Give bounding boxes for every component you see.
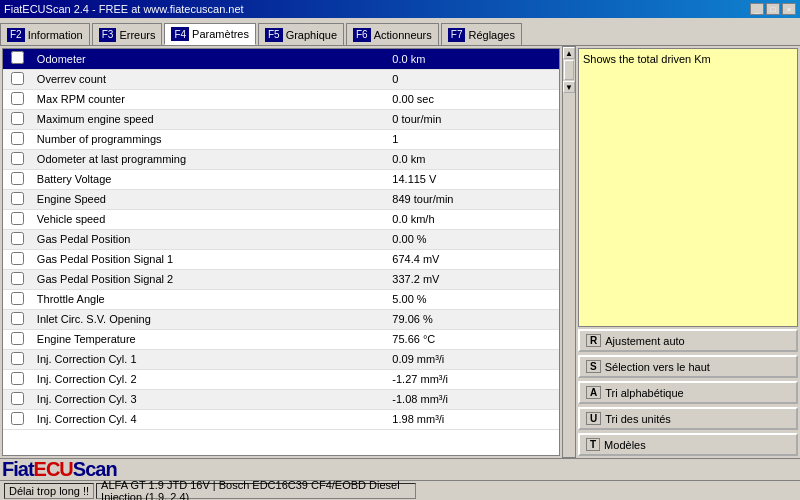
row-checkbox[interactable]	[3, 409, 33, 429]
tab-key-f4: F4	[171, 27, 189, 41]
row-checkbox[interactable]	[3, 229, 33, 249]
tab-graphique[interactable]: F5 Graphique	[258, 23, 344, 45]
row-value: 0.0 km/h	[388, 209, 559, 229]
row-checkbox[interactable]	[3, 209, 33, 229]
row-checkbox[interactable]	[3, 189, 33, 209]
status-bar: Délai trop long !! ALFA GT 1.9 JTD 16V |…	[0, 480, 800, 500]
row-checkbox[interactable]	[3, 149, 33, 169]
row-checkbox[interactable]	[3, 89, 33, 109]
scroll-down-button[interactable]: ▼	[563, 81, 575, 93]
bottom-bar: FiatECUScan	[0, 458, 800, 480]
table-row[interactable]: Engine Speed 849 tour/min	[3, 189, 559, 209]
row-name: Gas Pedal Position Signal 1	[33, 249, 388, 269]
tri-unites-label: Tri des unités	[605, 413, 671, 425]
tab-label-actionneurs: Actionneurs	[374, 29, 432, 41]
table-row[interactable]: Gas Pedal Position Signal 1 674.4 mV	[3, 249, 559, 269]
row-name: Inlet Circ. S.V. Opening	[33, 309, 388, 329]
row-name: Engine Speed	[33, 189, 388, 209]
table-row[interactable]: Inj. Correction Cyl. 4 1.98 mm³/i	[3, 409, 559, 429]
row-checkbox[interactable]	[3, 69, 33, 89]
tab-label-graphique: Graphique	[286, 29, 337, 41]
tab-key-f5: F5	[265, 28, 283, 42]
table-row[interactable]: Inj. Correction Cyl. 1 0.09 mm³/i	[3, 349, 559, 369]
table-scrollbar[interactable]: ▲ ▼	[562, 46, 576, 458]
selection-vers-haut-button[interactable]: S Sélection vers le haut	[578, 355, 798, 378]
status-delay: Délai trop long !!	[4, 483, 94, 499]
row-name: Number of programmings	[33, 129, 388, 149]
row-checkbox[interactable]	[3, 369, 33, 389]
row-value: 0	[388, 69, 559, 89]
tab-information[interactable]: F2 Information	[0, 23, 90, 45]
tab-label-information: Information	[28, 29, 83, 41]
row-name: Gas Pedal Position	[33, 229, 388, 249]
tab-parametres[interactable]: F4 Paramètres	[164, 23, 256, 45]
logo-scan: Scan	[73, 458, 117, 480]
row-checkbox[interactable]	[3, 329, 33, 349]
table-row[interactable]: Engine Temperature 75.66 °C	[3, 329, 559, 349]
minimize-button[interactable]: _	[750, 3, 764, 15]
row-checkbox[interactable]	[3, 389, 33, 409]
table-row[interactable]: Vehicle speed 0.0 km/h	[3, 209, 559, 229]
row-name: Battery Voltage	[33, 169, 388, 189]
table-row[interactable]: Inj. Correction Cyl. 2 -1.27 mm³/i	[3, 369, 559, 389]
row-name: Max RPM counter	[33, 89, 388, 109]
ajustement-auto-button[interactable]: R Ajustement auto	[578, 329, 798, 352]
table-row[interactable]: Overrev count 0	[3, 69, 559, 89]
row-name: Maximum engine speed	[33, 109, 388, 129]
table-row[interactable]: Inj. Correction Cyl. 3 -1.08 mm³/i	[3, 389, 559, 409]
table-row[interactable]: Gas Pedal Position Signal 2 337.2 mV	[3, 269, 559, 289]
row-value: 0.00 %	[388, 229, 559, 249]
right-panel: Shows the total driven Km R Ajustement a…	[578, 48, 798, 456]
row-checkbox[interactable]	[3, 269, 33, 289]
row-checkbox[interactable]	[3, 49, 33, 69]
tab-key-f3: F3	[99, 28, 117, 42]
tab-reglages[interactable]: F7 Réglages	[441, 23, 522, 45]
action-buttons: R Ajustement auto S Sélection vers le ha…	[578, 329, 798, 456]
row-checkbox[interactable]	[3, 109, 33, 129]
table-row[interactable]: Max RPM counter 0.00 sec	[3, 89, 559, 109]
table-scroll-area[interactable]: Odometer 0.0 km Overrev count 0 Max RPM …	[3, 49, 559, 455]
row-value: 0.0 km	[388, 49, 559, 69]
tri-alphabetique-button[interactable]: A Tri alphabétique	[578, 381, 798, 404]
modeles-button[interactable]: T Modèles	[578, 433, 798, 456]
tab-bar: F2 Information F3 Erreurs F4 Paramètres …	[0, 18, 800, 46]
table-row[interactable]: Number of programmings 1	[3, 129, 559, 149]
tab-actionneurs[interactable]: F6 Actionneurs	[346, 23, 439, 45]
row-value: 79.06 %	[388, 309, 559, 329]
row-value: 14.115 V	[388, 169, 559, 189]
row-name: Inj. Correction Cyl. 2	[33, 369, 388, 389]
status-ecu: ALFA GT 1.9 JTD 16V | Bosch EDC16C39 CF4…	[96, 483, 416, 499]
row-value: -1.08 mm³/i	[388, 389, 559, 409]
scroll-thumb[interactable]	[564, 60, 574, 80]
row-value: 1	[388, 129, 559, 149]
row-value: 849 tour/min	[388, 189, 559, 209]
tab-erreurs[interactable]: F3 Erreurs	[92, 23, 163, 45]
info-box: Shows the total driven Km	[578, 48, 798, 327]
row-checkbox[interactable]	[3, 309, 33, 329]
table-row[interactable]: Odometer 0.0 km	[3, 49, 559, 69]
tab-label-reglages: Réglages	[468, 29, 514, 41]
logo-fiat: Fiat	[2, 458, 34, 480]
table-row[interactable]: Gas Pedal Position 0.00 %	[3, 229, 559, 249]
table-row[interactable]: Maximum engine speed 0 tour/min	[3, 109, 559, 129]
table-row[interactable]: Odometer at last programming 0.0 km	[3, 149, 559, 169]
maximize-button[interactable]: □	[766, 3, 780, 15]
row-name: Odometer at last programming	[33, 149, 388, 169]
btn-key-a: A	[586, 386, 601, 399]
ajustement-auto-label: Ajustement auto	[605, 335, 685, 347]
row-name: Odometer	[33, 49, 388, 69]
tri-unites-button[interactable]: U Tri des unités	[578, 407, 798, 430]
row-checkbox[interactable]	[3, 249, 33, 269]
close-button[interactable]: ×	[782, 3, 796, 15]
row-checkbox[interactable]	[3, 289, 33, 309]
table-row[interactable]: Inlet Circ. S.V. Opening 79.06 %	[3, 309, 559, 329]
scroll-up-button[interactable]: ▲	[563, 47, 575, 59]
row-checkbox[interactable]	[3, 169, 33, 189]
status-ecu-text: ALFA GT 1.9 JTD 16V | Bosch EDC16C39 CF4…	[101, 479, 411, 501]
table-row[interactable]: Battery Voltage 14.115 V	[3, 169, 559, 189]
tab-label-erreurs: Erreurs	[119, 29, 155, 41]
row-name: Vehicle speed	[33, 209, 388, 229]
table-row[interactable]: Throttle Angle 5.00 %	[3, 289, 559, 309]
row-checkbox[interactable]	[3, 349, 33, 369]
row-checkbox[interactable]	[3, 129, 33, 149]
